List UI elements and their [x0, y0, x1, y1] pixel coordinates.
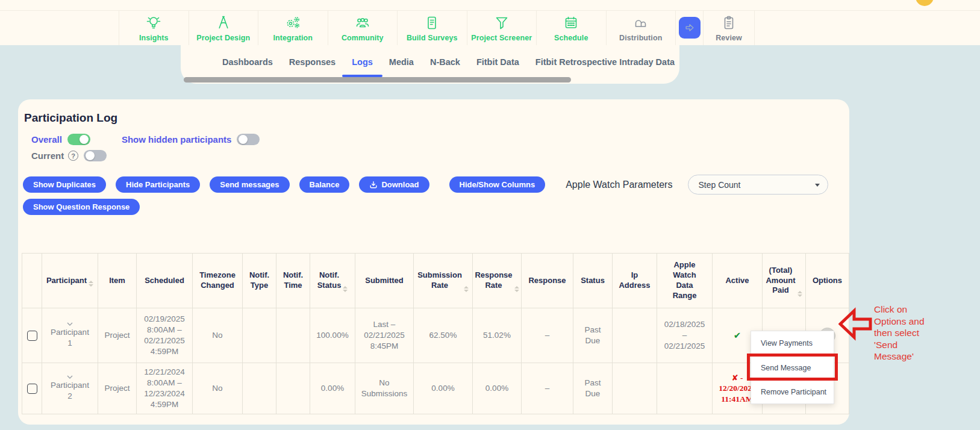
table-cell-item: Project [98, 308, 137, 363]
current-label: Current [31, 151, 64, 161]
gears-icon [284, 14, 302, 32]
nav-item-active-section[interactable] [675, 10, 703, 45]
cell-text: – [545, 383, 550, 394]
table-cell-submission-rate: 0.00% [414, 363, 473, 414]
table-cell-checkbox [22, 363, 42, 414]
table-cell-participant: Participant 1 [42, 308, 98, 363]
chevron-down-icon[interactable] [66, 322, 73, 326]
toggle-knob [80, 135, 89, 144]
tab-dashboards[interactable]: Dashboards [222, 57, 273, 67]
header-label: Notif. Time [283, 270, 303, 291]
menu-item-view-payments[interactable]: View Payments [751, 331, 834, 355]
header-label: Participant [46, 276, 87, 286]
nav-label: Project Design [196, 34, 250, 42]
download-button[interactable]: Download [359, 176, 429, 193]
row-checkbox[interactable] [27, 331, 37, 341]
overall-label: Overall [31, 134, 62, 145]
cell-text: 100.00% [316, 330, 348, 341]
cell-text: – [545, 330, 550, 341]
tab-media[interactable]: Media [389, 57, 414, 67]
tab-fitbit-data[interactable]: Fitbit Data [476, 57, 519, 67]
tab-n-back[interactable]: N-Back [430, 57, 460, 67]
send-messages-button[interactable]: Send messages [210, 176, 289, 193]
header-active: Active [713, 253, 763, 308]
sort-icon[interactable] [514, 286, 519, 292]
people-icon [354, 14, 372, 32]
header-submitted: Submitted [355, 253, 414, 308]
menu-item-send-message[interactable]: Send Message [751, 355, 834, 379]
header-label: Options [813, 276, 842, 286]
hide-show-columns-button[interactable]: Hide/Show Columns [449, 176, 546, 193]
nav-item-integration[interactable]: Integration [258, 10, 328, 45]
table-cell-response-rate: 51.02% [473, 308, 522, 363]
horizontal-scrollbar[interactable] [184, 77, 571, 83]
chevron-down-icon[interactable] [66, 375, 73, 379]
mailbox-icon [632, 14, 650, 32]
menu-item-remove-participant[interactable]: Remove Participant [751, 379, 834, 404]
table-cell-notif-type [243, 308, 276, 363]
avatar[interactable] [916, 0, 934, 6]
nav-item-build-surveys[interactable]: Build Surveys [397, 10, 467, 45]
participant-name: Participant 1 [51, 327, 89, 349]
sort-icon[interactable] [89, 281, 93, 287]
nav-item-project-screener[interactable]: Project Screener [467, 10, 537, 45]
tab-fitbit-retrospective-intraday-data[interactable]: Fitbit Retrospective Intraday Data [535, 57, 675, 67]
help-icon[interactable]: ? [68, 151, 78, 161]
nav-item-schedule[interactable]: Schedule [536, 10, 606, 45]
header-amount-paid: (Total) Amount Paid [763, 253, 806, 308]
table-cell-response-rate: 0.00% [473, 363, 522, 414]
header-label: Scheduled [145, 276, 184, 286]
annotation-arrow-icon [838, 307, 872, 341]
sort-icon[interactable] [797, 291, 802, 297]
header-ip-address: Ip Address [613, 253, 657, 308]
cell-text: Project [104, 383, 130, 394]
header-options: Options [806, 253, 849, 308]
tab-logs[interactable]: Logs [352, 57, 373, 67]
nav-label: Distribution [619, 34, 662, 42]
header-label: Notif. Status [317, 270, 342, 291]
nav-item-review[interactable]: Review [703, 10, 755, 45]
balance-button[interactable]: Balance [299, 176, 350, 193]
header-label: Notif. Type [249, 270, 269, 291]
current-toggle[interactable] [84, 150, 107, 161]
show-hidden-participants-toggle[interactable] [237, 134, 260, 145]
nav-item-project-design[interactable]: Project Design [189, 10, 258, 45]
table-cell-response: – [522, 363, 573, 414]
table-cell-response: – [522, 308, 573, 363]
nav-label: Insights [139, 34, 169, 42]
calendar-icon [562, 14, 580, 32]
table-cell-submitted: Last – 02/21/2025 8:45PM [355, 308, 414, 363]
table-cell-submission-rate: 62.50% [414, 308, 473, 363]
participation-log-screen: Insights Project Design [0, 0, 980, 430]
nav-item-insights[interactable]: Insights [119, 10, 189, 45]
table-cell-notif-time [276, 363, 310, 414]
cell-text: Project [104, 330, 130, 341]
table-cell-notif-status: 0.00% [310, 363, 355, 414]
hide-participants-button[interactable]: Hide Participants [116, 176, 200, 193]
sort-icon[interactable] [343, 286, 348, 292]
table-cell-status: Past Due [573, 363, 613, 414]
header-item: Item [98, 253, 137, 308]
nav-label: Integration [273, 34, 313, 42]
cell-text: 02/19/2025 8:00AM – 02/21/2025 4:59PM [144, 314, 185, 358]
overall-toggle[interactable] [67, 134, 90, 145]
survey-document-icon [423, 14, 441, 32]
cell-text: No [212, 330, 222, 341]
compass-icon [214, 14, 233, 32]
show-question-response-button[interactable]: Show Question Response [23, 199, 140, 215]
table-cell-ip-address [613, 363, 657, 414]
tab-responses[interactable]: Responses [289, 57, 336, 67]
nav-item-community[interactable]: Community [328, 10, 398, 45]
table-cell-apple-watch-range [657, 363, 713, 414]
show-duplicates-button[interactable]: Show Duplicates [23, 176, 106, 193]
row-checkbox[interactable] [27, 384, 37, 394]
header-participant: Participant [42, 253, 98, 308]
nav-item-distribution[interactable]: Distribution [606, 10, 676, 45]
table-cell-scheduled: 02/19/2025 8:00AM – 02/21/2025 4:59PM [137, 308, 193, 363]
active-section-tile [679, 17, 701, 39]
page-title: Participation Log [24, 111, 117, 125]
sort-icon[interactable] [464, 286, 469, 292]
apple-watch-parameters-select[interactable]: Step Count [688, 175, 828, 195]
toggle-row-current: Current ? [31, 150, 107, 161]
funnel-icon [493, 14, 511, 32]
